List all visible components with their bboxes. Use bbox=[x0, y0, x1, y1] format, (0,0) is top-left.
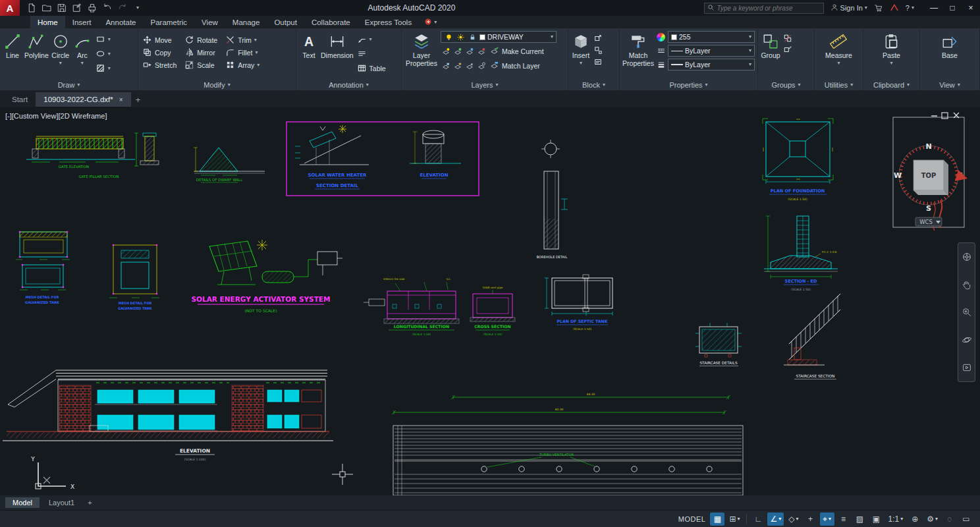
close-button[interactable]: × bbox=[962, 0, 980, 16]
panel-label-block[interactable]: Block▾ bbox=[568, 79, 619, 90]
autodesk-logo-icon[interactable] bbox=[890, 3, 899, 13]
insert-button[interactable]: Insert ▾ bbox=[571, 31, 591, 66]
object-snap-toggle[interactable]: ⌖▾ bbox=[820, 513, 834, 526]
ortho-toggle[interactable]: ∟ bbox=[751, 513, 765, 526]
zoom-icon[interactable] bbox=[960, 306, 973, 319]
mirror-button[interactable]: Mirror bbox=[183, 46, 219, 59]
layer-states-icon[interactable] bbox=[476, 61, 486, 70]
rectangle-tool-button[interactable]: ▾ bbox=[94, 33, 112, 45]
edit-block-icon[interactable] bbox=[593, 33, 603, 43]
new-file-icon[interactable] bbox=[25, 1, 38, 14]
trim-button[interactable]: Trim▾ bbox=[224, 34, 261, 46]
layer-properties-button[interactable]: Layer Properties bbox=[404, 31, 439, 67]
close-tab-icon[interactable]: × bbox=[119, 96, 123, 103]
copy-button[interactable]: Copy bbox=[141, 46, 178, 59]
new-drawing-tab-button[interactable]: + bbox=[131, 92, 146, 107]
dimension-button[interactable]: Dimension bbox=[321, 31, 354, 60]
new-layout-button[interactable]: + bbox=[84, 499, 95, 507]
layout-tab-model[interactable]: Model bbox=[5, 497, 40, 508]
polyline-button[interactable]: Polyline bbox=[24, 31, 49, 60]
viewcube-compass[interactable]: N W E S TOP WCS bbox=[893, 113, 967, 231]
hatch-tool-button[interactable]: ▾ bbox=[94, 62, 112, 74]
line-button[interactable]: Line bbox=[3, 31, 22, 60]
tab-collaborate[interactable]: Collaborate bbox=[304, 16, 358, 28]
tab-insert[interactable]: Insert bbox=[65, 16, 99, 28]
minimize-button[interactable]: — bbox=[925, 0, 943, 16]
leader-button[interactable]: ▾ bbox=[356, 33, 387, 45]
search-input[interactable] bbox=[717, 5, 816, 12]
tab-express-tools[interactable]: Express Tools bbox=[358, 16, 419, 28]
lineweight-toggle[interactable]: ≡ bbox=[836, 513, 851, 526]
base-button[interactable]: Base bbox=[940, 31, 960, 60]
panel-label-groups[interactable]: Groups▾ bbox=[758, 79, 814, 90]
panel-label-properties[interactable]: Properties▾ bbox=[620, 79, 757, 90]
tab-output[interactable]: Output bbox=[267, 16, 304, 28]
restore-button[interactable]: □ bbox=[943, 0, 962, 16]
layer-previous-icon[interactable] bbox=[464, 61, 474, 70]
match-layer-button[interactable]: Match Layer bbox=[488, 59, 541, 72]
polar-tracking-toggle[interactable]: ∠▾ bbox=[767, 513, 784, 526]
showmotion-icon[interactable] bbox=[960, 361, 973, 374]
lineweight-dropdown[interactable]: ByLayer ▾ bbox=[668, 59, 755, 70]
redo-icon[interactable] bbox=[116, 1, 129, 14]
snap-toggle[interactable]: ⊞▾ bbox=[726, 513, 742, 526]
tab-annotate[interactable]: Annotate bbox=[98, 16, 143, 28]
viewcube-top-label[interactable]: TOP bbox=[921, 172, 937, 179]
model-paper-toggle[interactable]: MODEL bbox=[676, 513, 709, 526]
arc-button[interactable]: Arc ▾ bbox=[72, 31, 92, 66]
viewport-controls-label[interactable]: [-][Custom View][2D Wireframe] bbox=[5, 112, 107, 120]
panel-label-draw[interactable]: Draw▾ bbox=[0, 79, 138, 90]
layout-tab-layout1[interactable]: Layout1 bbox=[41, 497, 82, 508]
app-menu-button[interactable]: A bbox=[0, 0, 20, 16]
tab-parametric[interactable]: Parametric bbox=[144, 16, 195, 28]
save-icon[interactable] bbox=[55, 1, 68, 14]
table-button[interactable]: Table bbox=[356, 62, 387, 74]
full-navigation-wheel-icon[interactable] bbox=[960, 250, 973, 264]
save-as-icon[interactable] bbox=[70, 1, 84, 14]
ungroup-icon[interactable] bbox=[782, 33, 792, 43]
match-properties-button[interactable]: Match Properties bbox=[622, 31, 654, 67]
scale-button[interactable]: Scale bbox=[183, 59, 219, 71]
linetype-dropdown[interactable]: ByLayer ▾ bbox=[668, 45, 755, 57]
panel-label-view[interactable]: View▾ bbox=[920, 79, 979, 90]
layer-dropdown[interactable]: DRIVEWAY ▾ bbox=[441, 31, 557, 43]
pan-hand-icon[interactable] bbox=[960, 278, 973, 291]
object-color-dropdown[interactable]: 255 ▾ bbox=[668, 31, 755, 43]
create-block-icon[interactable] bbox=[593, 45, 603, 55]
grid-toggle[interactable]: ▦ bbox=[710, 513, 724, 526]
text-button[interactable]: A Text bbox=[299, 31, 319, 60]
annotation-visibility-toggle[interactable]: ⊕ bbox=[908, 513, 922, 526]
object-snap-tracking-toggle[interactable]: + bbox=[803, 513, 818, 526]
panel-label-layers[interactable]: Layers▾ bbox=[402, 79, 568, 90]
dimension-style-button[interactable] bbox=[356, 47, 387, 60]
panel-label-utilities[interactable]: Utilities▾ bbox=[815, 79, 863, 90]
layer-isolate-icon[interactable] bbox=[452, 46, 462, 56]
compass-south-label[interactable]: S bbox=[926, 204, 931, 213]
transparency-toggle[interactable]: ▨ bbox=[853, 513, 867, 526]
compass-north-label[interactable]: N bbox=[925, 142, 931, 151]
workspace-switching-button[interactable]: ⚙▾ bbox=[924, 513, 940, 526]
clean-screen-button[interactable]: ▭ bbox=[959, 513, 973, 526]
ellipse-tool-button[interactable]: ▾ bbox=[94, 47, 112, 60]
open-folder-icon[interactable] bbox=[40, 1, 53, 14]
isolate-objects-button[interactable]: ◌ bbox=[942, 513, 957, 526]
move-button[interactable]: Move bbox=[141, 34, 178, 46]
layer-walk-icon[interactable] bbox=[452, 61, 462, 70]
selection-cycling-toggle[interactable]: ▣ bbox=[869, 513, 884, 526]
layer-off-icon[interactable] bbox=[441, 46, 450, 56]
file-tab-drawing[interactable]: 10903-2022-CG.dxf*× bbox=[36, 92, 130, 107]
fillet-button[interactable]: Fillet▾ bbox=[224, 46, 261, 59]
drawing-canvas[interactable]: [-][Custom View][2D Wireframe] bbox=[0, 107, 980, 495]
compass-west-label[interactable]: W bbox=[894, 171, 902, 180]
featured-apps-button[interactable]: ▾ bbox=[419, 16, 442, 28]
circle-button[interactable]: Circle ▾ bbox=[51, 31, 70, 66]
paste-button[interactable]: Paste ▾ bbox=[882, 31, 902, 66]
group-button[interactable]: Group bbox=[761, 31, 780, 60]
tab-view[interactable]: View bbox=[194, 16, 225, 28]
block-attributes-icon[interactable] bbox=[593, 57, 603, 67]
panel-label-annotation[interactable]: Annotation▾ bbox=[296, 79, 401, 90]
measure-button[interactable]: Measure ▾ bbox=[825, 31, 852, 66]
panel-label-clipboard[interactable]: Clipboard▾ bbox=[863, 79, 919, 90]
layer-lock-toggle-icon[interactable] bbox=[476, 46, 486, 56]
isodraft-toggle[interactable]: ◇▾ bbox=[786, 513, 801, 526]
